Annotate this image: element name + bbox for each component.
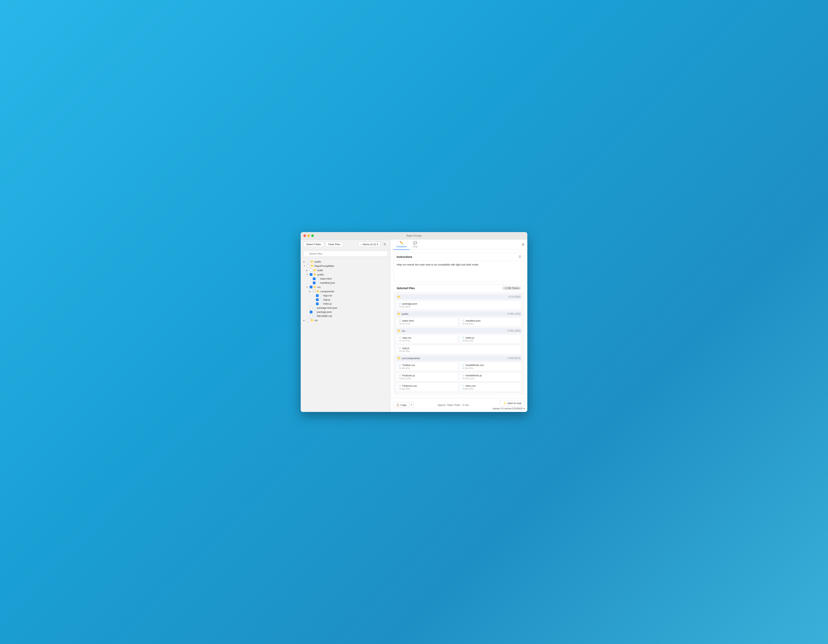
tree-item-components[interactable]: ▶ 📁 components [301, 289, 390, 294]
file-icon: 📄 [462, 374, 464, 377]
file-icon: 📄 [462, 364, 464, 367]
tree-item-src[interactable]: ▼ ✓ 📁 src [301, 285, 390, 289]
file-icon: 📄 [462, 385, 464, 387]
chevron-icon: ▶ [306, 269, 309, 271]
window-title: Repo Prompt [406, 234, 422, 237]
more-options-icon[interactable]: ☰ [519, 255, 521, 259]
checkbox-readme[interactable] [310, 315, 312, 317]
titlebar: Repo Prompt [301, 232, 527, 239]
token-badge: ~2.30k Tokens [502, 286, 521, 290]
folder-group-tokens: ~0.21k (9%) [508, 295, 521, 298]
sort-dropdown[interactable]: ↑ Name (A-Z) ▾ [358, 242, 380, 247]
file-card-toolbar-css: 📄 Toolbar.css ~0.16k (6%) [396, 362, 458, 371]
folder-group-src: 📁 src ~0.36k (15%) 📄 App.css [396, 328, 522, 354]
checkbox-components[interactable] [313, 290, 315, 293]
maximize-button[interactable] [311, 234, 314, 237]
item-name: index.html [320, 277, 332, 280]
file-icon: 📄 [398, 302, 401, 305]
item-name: manifest.json [320, 281, 335, 284]
file-card-app-css: 📄 App.css ~0.17k (7%) [396, 335, 458, 344]
file-name: package.json [402, 302, 417, 305]
file-card-name: 📄 manifest.json [462, 319, 519, 322]
folder-group-tokens: ~1.43k (61%) [507, 357, 521, 360]
copy-dropdown-button[interactable]: ▾ [409, 402, 414, 408]
file-name: Hero.css [466, 384, 475, 387]
item-name: components [320, 290, 334, 293]
settings-button[interactable]: ⚙ [521, 242, 525, 247]
tree-item-readme[interactable]: 📄 README.md [301, 314, 390, 318]
file-card-index-js: 📄 index.js ~0.07k (2%) [459, 335, 522, 344]
file-card-tokens: ~0.10k (4%) [462, 367, 519, 369]
tree-item-build[interactable]: ▶ 📁 build [301, 268, 390, 272]
checkbox-index-js[interactable]: ✓ [316, 302, 319, 305]
file-icon: 📄 [398, 347, 401, 350]
tab-chat[interactable]: 💬 Chat [409, 239, 421, 250]
search-input[interactable] [303, 251, 387, 256]
tree-item-index-html[interactable]: ✓ 📄 index.html [301, 276, 390, 281]
file-card-tokens: ~0.05k (2%) [462, 388, 519, 390]
checkbox-app-js[interactable]: ✓ [316, 298, 319, 301]
chevron-icon: ▼ [306, 286, 309, 288]
file-name: index.html [402, 319, 414, 322]
tree-item-repoprompt[interactable]: ▼ 📁 RepoPromptWeb [301, 264, 390, 268]
tree-item-manifest[interactable]: ✓ 📄 manifest.json [301, 281, 390, 285]
file-icon: 📄 [313, 311, 316, 313]
clear-files-button[interactable]: Clear Files [326, 242, 343, 247]
file-card-name: 📄 Hero.css [462, 384, 519, 387]
tree-item-package-lock[interactable]: 📄 package-lock.json [301, 306, 390, 310]
checkbox-package-json[interactable]: ✓ [310, 311, 312, 313]
file-icon: 📄 [398, 374, 401, 377]
tree-item-package-json[interactable]: ✓ 📄 package.json [301, 310, 390, 314]
checkbox-src-root[interactable] [307, 319, 310, 322]
file-card-package-json: 📄 package.json ~0.21k (9%) [396, 300, 522, 310]
file-icon: 📄 [320, 298, 322, 301]
close-button[interactable] [303, 234, 306, 237]
tree-item-src-root[interactable]: ▶ 📁 src [301, 318, 390, 322]
instructions-header: Instructions ☰ [394, 253, 524, 261]
copy-button[interactable]: 📋 Copy [394, 402, 409, 408]
item-name: App.js [323, 298, 330, 301]
checkbox-src[interactable]: ✓ [310, 286, 312, 288]
file-icon: 📄 [398, 336, 401, 339]
checkbox-manifest[interactable]: ✓ [313, 281, 315, 284]
model-selector[interactable]: claude-3-5-sonnet-20240620 ▾ [492, 407, 525, 410]
right-panel: ✏️ Compose 💬 Chat ⚙ Instructions ☰ Help … [390, 239, 527, 412]
folder-icon: 📁 [316, 290, 320, 293]
tree-item-app-css[interactable]: ✓ 📄 App.css [301, 294, 390, 298]
model-chevron-icon: ▾ [524, 407, 525, 410]
tree-item-public-root[interactable]: ▶ 📁 public [301, 259, 390, 264]
minimize-button[interactable] [307, 234, 310, 237]
checkbox-public-child[interactable]: ✓ [310, 273, 312, 276]
sort-up-icon: ↑ [361, 243, 362, 246]
file-card-features-js: 📄 Features.js ~0.33k (14%) [396, 372, 458, 382]
tree-item-app-js[interactable]: ✓ 📄 App.js [301, 298, 390, 302]
tree-item-public-child[interactable]: ▼ ✓ 📁 public [301, 272, 390, 276]
file-card-name: 📄 index.html [398, 319, 456, 322]
instructions-textarea[interactable]: Help me rework the main view to be compa… [394, 261, 524, 280]
tab-compose[interactable]: ✏️ Compose [393, 239, 409, 250]
folder-group-icon: 📁 [397, 312, 401, 315]
model-name: claude-3-5-sonnet-20240620 [492, 407, 523, 410]
tree-item-index-js[interactable]: ✓ 📄 index.js [301, 302, 390, 306]
file-icon: 📄 [316, 277, 319, 280]
checkbox-package-lock[interactable] [310, 306, 312, 309]
checkbox-repoprompt[interactable] [307, 264, 310, 267]
start-ai-button[interactable]: ✨ Start AI chat [500, 400, 525, 407]
copy-label: Copy [400, 404, 406, 407]
chevron-icon: ▶ [303, 319, 306, 321]
tab-chat-label: Chat [412, 245, 417, 248]
refresh-button[interactable]: ↻ [382, 242, 387, 247]
folder-group-header-root: 📁 ~0.21k (9%) [396, 294, 522, 299]
file-card-hero-js: 📄 Hero.js ~0.12k (4%) [396, 393, 458, 394]
item-name: src [317, 286, 321, 289]
select-folder-button[interactable]: Select Folder [303, 242, 324, 247]
checkbox-build[interactable] [310, 269, 312, 272]
checkbox-app-css[interactable]: ✓ [316, 294, 319, 297]
item-name: package-lock.json [317, 306, 337, 309]
file-name: Features.js [402, 374, 415, 377]
file-icon: 📄 [313, 306, 316, 309]
checkbox-index-html[interactable]: ✓ [313, 277, 315, 280]
file-card-tokens: ~0.16k (6%) [398, 367, 456, 369]
checkbox-public-root[interactable] [307, 260, 310, 263]
files-content: 📁 ~0.21k (9%) 📄 package.json ~0.21k (9% [394, 292, 524, 394]
